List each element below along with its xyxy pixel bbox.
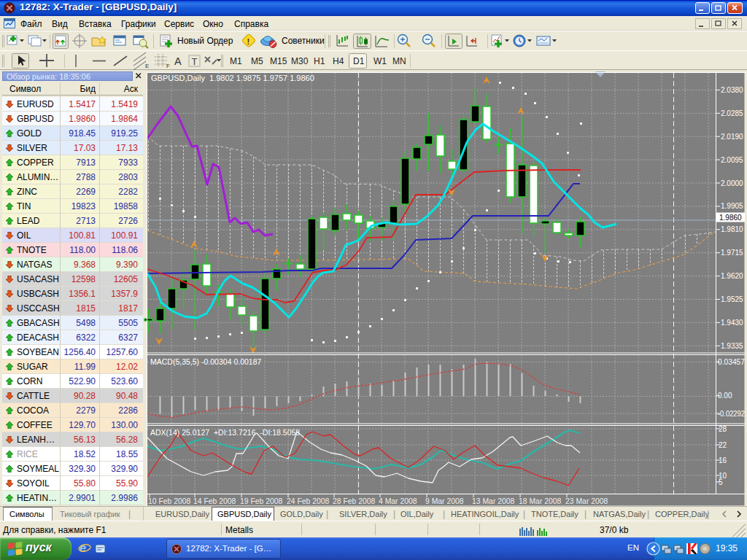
svg-text:A: A xyxy=(174,55,182,67)
svg-text:1.9335: 1.9335 xyxy=(721,342,743,350)
svg-text:18 Mar 2008: 18 Mar 2008 xyxy=(519,497,562,505)
svg-text:T: T xyxy=(192,56,198,67)
svg-text:2.0095: 2.0095 xyxy=(721,156,743,164)
svg-text:Советники: Советники xyxy=(282,36,325,46)
svg-text:-0.02292: -0.02292 xyxy=(718,410,745,418)
svg-text:M15: M15 xyxy=(270,56,287,66)
svg-text:23 Mar 2008: 23 Mar 2008 xyxy=(565,497,608,505)
svg-text:Новый Ордер: Новый Ордер xyxy=(177,36,233,46)
svg-text:1.9620: 1.9620 xyxy=(721,272,743,280)
svg-text:!: ! xyxy=(247,37,250,46)
svg-text:MACD(5,35,5) -0.00304 0.00187: MACD(5,35,5) -0.00304 0.00187 xyxy=(150,357,262,366)
svg-text:9 Mar 2008: 9 Mar 2008 xyxy=(425,497,464,505)
svg-text:13 Mar 2008: 13 Mar 2008 xyxy=(472,497,515,505)
svg-text:e: e xyxy=(80,542,86,554)
svg-text:10 Feb 2008: 10 Feb 2008 xyxy=(148,497,191,505)
svg-text:E: E xyxy=(145,63,149,69)
svg-text:2.0380: 2.0380 xyxy=(721,86,743,94)
svg-text:1.9715: 1.9715 xyxy=(721,249,743,257)
svg-text:F: F xyxy=(166,63,170,69)
svg-text:1.9905: 1.9905 xyxy=(721,202,743,210)
svg-text:1.9430: 1.9430 xyxy=(721,319,743,327)
svg-text:1.9860: 1.9860 xyxy=(719,214,742,222)
svg-text:1.9810: 1.9810 xyxy=(721,225,743,233)
svg-text:H1: H1 xyxy=(314,56,325,66)
svg-text:M5: M5 xyxy=(251,56,263,66)
svg-text:2.0285: 2.0285 xyxy=(721,109,743,117)
svg-text:1.9525: 1.9525 xyxy=(721,295,743,303)
svg-text:4 Mar 2008: 4 Mar 2008 xyxy=(379,497,417,505)
svg-text:D1: D1 xyxy=(353,56,365,66)
svg-text:0.03457: 0.03457 xyxy=(718,358,745,366)
svg-text:28 Feb 2008: 28 Feb 2008 xyxy=(333,497,376,505)
svg-text:2.0000: 2.0000 xyxy=(721,179,743,187)
svg-text:ADX(14) 25.0127 +DI:13.7216: ADX(14) 25.0127 +DI:13.7216 -DI:18.5058 xyxy=(150,428,300,437)
svg-text:24 Feb 2008: 24 Feb 2008 xyxy=(287,497,330,505)
svg-text:GBPUSD,Daily 1.9802 1.9875 1.: GBPUSD,Daily 1.9802 1.9875 1.9757 1.9860 xyxy=(151,74,314,82)
svg-text:W1: W1 xyxy=(374,56,387,66)
svg-text:M1: M1 xyxy=(230,56,242,66)
svg-text:2.0190: 2.0190 xyxy=(721,133,743,141)
svg-text:MN: MN xyxy=(392,56,406,66)
svg-text:M30: M30 xyxy=(291,56,309,66)
svg-text:H4: H4 xyxy=(333,56,344,66)
svg-text:19 Feb 2008: 19 Feb 2008 xyxy=(240,497,283,505)
svg-text:14 Feb 2008: 14 Feb 2008 xyxy=(193,497,236,505)
